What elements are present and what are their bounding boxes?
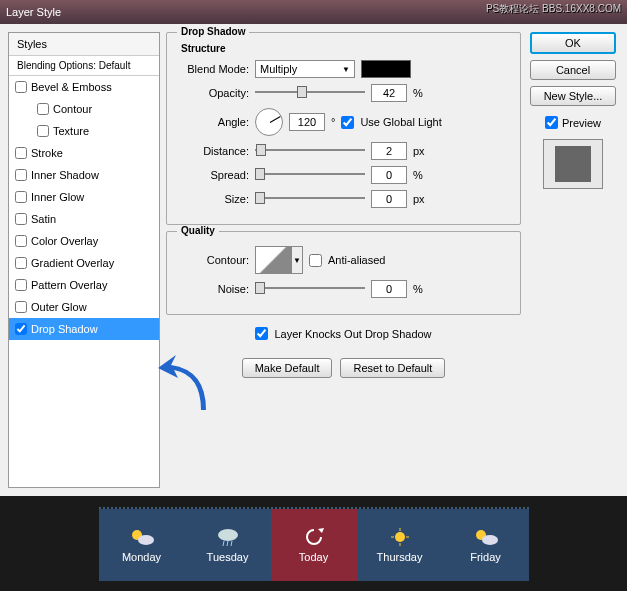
noise-input[interactable]: 0 — [371, 280, 407, 298]
blend-mode-select[interactable]: Multiply — [255, 60, 355, 78]
style-inner-shadow[interactable]: Inner Shadow — [9, 164, 159, 186]
day-friday[interactable]: Friday — [443, 509, 529, 581]
angle-input[interactable]: 120 — [289, 113, 325, 131]
checkbox-contour[interactable] — [37, 103, 49, 115]
checkbox-inner-shadow[interactable] — [15, 169, 27, 181]
size-unit: px — [413, 193, 425, 205]
day-label: Today — [299, 551, 328, 563]
size-slider[interactable] — [255, 190, 365, 208]
style-drop-shadow[interactable]: Drop Shadow — [9, 318, 159, 340]
distance-label: Distance: — [177, 145, 249, 157]
contour-label: Contour: — [177, 254, 249, 266]
contour-picker[interactable]: ▼ — [255, 246, 303, 274]
spread-input[interactable]: 0 — [371, 166, 407, 184]
checkbox-gradient-overlay[interactable] — [15, 257, 27, 269]
refresh-icon — [300, 527, 328, 547]
preview-checkbox[interactable] — [545, 116, 558, 129]
style-label: Stroke — [31, 147, 63, 159]
slider-thumb[interactable] — [297, 86, 307, 98]
structure-label: Structure — [181, 43, 510, 54]
sun-cloud-icon — [128, 527, 156, 547]
style-outer-glow[interactable]: Outer Glow — [9, 296, 159, 318]
contour-dropdown-icon[interactable]: ▼ — [291, 246, 303, 274]
styles-header[interactable]: Styles — [9, 33, 159, 56]
noise-slider[interactable] — [255, 280, 365, 298]
drop-shadow-legend: Drop Shadow — [177, 26, 249, 37]
quality-fieldset: Quality Contour: ▼ Anti-aliased Noise: 0… — [166, 231, 521, 315]
knocks-out-row: Layer Knocks Out Drop Shadow — [166, 327, 521, 340]
style-gradient-overlay[interactable]: Gradient Overlay — [9, 252, 159, 274]
opacity-unit: % — [413, 87, 423, 99]
day-label: Friday — [470, 551, 501, 563]
style-label: Texture — [53, 125, 89, 137]
new-style-button[interactable]: New Style... — [530, 86, 616, 106]
reset-default-button[interactable]: Reset to Default — [340, 358, 445, 378]
checkbox-outer-glow[interactable] — [15, 301, 27, 313]
make-default-button[interactable]: Make Default — [242, 358, 333, 378]
checkbox-drop-shadow[interactable] — [15, 323, 27, 335]
contour-row: Contour: ▼ Anti-aliased — [177, 246, 510, 274]
style-contour[interactable]: Contour — [9, 98, 159, 120]
style-bevel-emboss[interactable]: Bevel & Emboss — [9, 76, 159, 98]
style-texture[interactable]: Texture — [9, 120, 159, 142]
opacity-input[interactable]: 42 — [371, 84, 407, 102]
style-satin[interactable]: Satin — [9, 208, 159, 230]
style-label: Pattern Overlay — [31, 279, 107, 291]
svg-line-5 — [231, 541, 232, 546]
style-label: Gradient Overlay — [31, 257, 114, 269]
checkbox-inner-glow[interactable] — [15, 191, 27, 203]
style-label: Satin — [31, 213, 56, 225]
noise-label: Noise: — [177, 283, 249, 295]
day-tuesday[interactable]: Tuesday — [185, 509, 271, 581]
drop-shadow-fieldset: Drop Shadow Structure Blend Mode: Multip… — [166, 32, 521, 225]
degree-unit: ° — [331, 116, 335, 128]
global-light-checkbox[interactable] — [341, 116, 354, 129]
distance-row: Distance: 2 px — [177, 142, 510, 160]
styles-panel: Styles Blending Options: Default Bevel &… — [8, 32, 160, 488]
angle-dial[interactable] — [255, 108, 283, 136]
slider-thumb[interactable] — [255, 168, 265, 180]
knocks-out-checkbox[interactable] — [255, 327, 268, 340]
checkbox-color-overlay[interactable] — [15, 235, 27, 247]
distance-input[interactable]: 2 — [371, 142, 407, 160]
sun-icon — [386, 527, 414, 547]
day-thursday[interactable]: Thursday — [357, 509, 443, 581]
shadow-color-swatch[interactable] — [361, 60, 411, 78]
slider-thumb[interactable] — [256, 144, 266, 156]
svg-line-3 — [223, 541, 224, 546]
svg-point-1 — [138, 535, 154, 545]
blend-mode-label: Blend Mode: — [177, 63, 249, 75]
style-color-overlay[interactable]: Color Overlay — [9, 230, 159, 252]
antialiased-label: Anti-aliased — [328, 254, 385, 266]
global-light-label: Use Global Light — [360, 116, 441, 128]
style-inner-glow[interactable]: Inner Glow — [9, 186, 159, 208]
distance-slider[interactable] — [255, 142, 365, 160]
cancel-button[interactable]: Cancel — [530, 60, 616, 80]
distance-unit: px — [413, 145, 425, 157]
day-today[interactable]: Today — [271, 509, 357, 581]
style-label: Color Overlay — [31, 235, 98, 247]
style-pattern-overlay[interactable]: Pattern Overlay — [9, 274, 159, 296]
ok-button[interactable]: OK — [530, 32, 616, 54]
contour-preview — [255, 246, 291, 274]
checkbox-texture[interactable] — [37, 125, 49, 137]
day-monday[interactable]: Monday — [99, 509, 185, 581]
checkbox-pattern-overlay[interactable] — [15, 279, 27, 291]
blending-options[interactable]: Blending Options: Default — [9, 56, 159, 76]
svg-line-4 — [227, 541, 228, 546]
style-label: Inner Glow — [31, 191, 84, 203]
style-stroke[interactable]: Stroke — [9, 142, 159, 164]
svg-point-12 — [482, 535, 498, 545]
slider-thumb[interactable] — [255, 282, 265, 294]
antialiased-checkbox[interactable] — [309, 254, 322, 267]
opacity-slider[interactable] — [255, 84, 365, 102]
checkbox-stroke[interactable] — [15, 147, 27, 159]
checkbox-satin[interactable] — [15, 213, 27, 225]
preview-swatch — [555, 146, 591, 182]
slider-thumb[interactable] — [255, 192, 265, 204]
layer-style-dialog: Layer Style PS教程论坛 BBS.16XX8.COM Styles … — [0, 0, 627, 496]
day-label: Tuesday — [207, 551, 249, 563]
checkbox-bevel[interactable] — [15, 81, 27, 93]
spread-slider[interactable] — [255, 166, 365, 184]
size-input[interactable]: 0 — [371, 190, 407, 208]
